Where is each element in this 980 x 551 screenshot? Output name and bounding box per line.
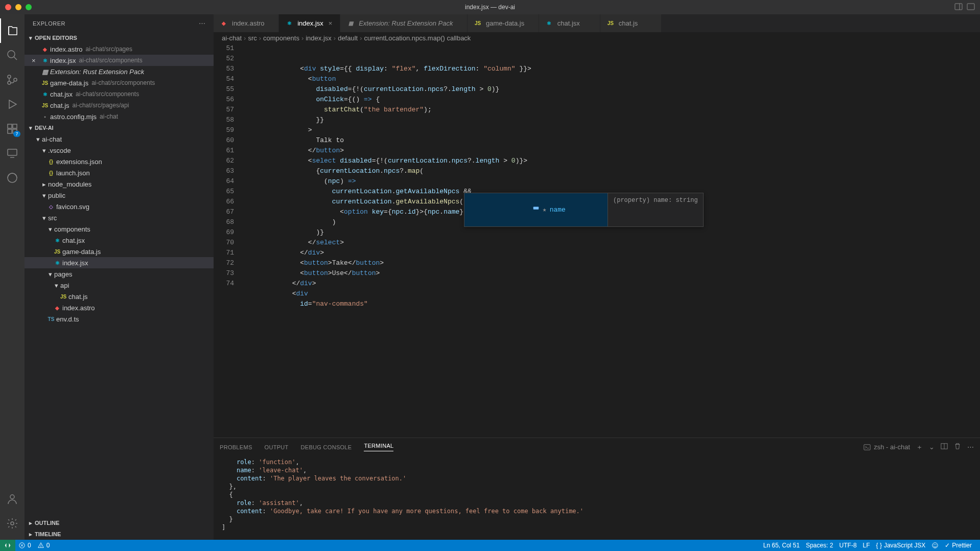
cursor-position[interactable]: Ln 65, Col 51 [760,542,803,549]
open-editor-item[interactable]: ×JSgame-data.jsai-chat/src/components [25,77,214,88]
remote-indicator[interactable] [0,540,15,551]
breadcrumb-separator: › [244,34,246,42]
folder-item[interactable]: ▸node_modules [25,178,214,190]
folder-item[interactable]: ▾api [25,280,214,291]
encoding[interactable]: UTF-8 [836,542,860,549]
titlebar-actions [954,3,975,12]
folder-item[interactable]: ▾public [25,190,214,201]
chevron-down-icon: ▾ [27,35,35,41]
panel-tab-terminal[interactable]: TERMINAL [364,443,393,451]
panel-tab-debug-console[interactable]: DEBUG CONSOLE [301,444,352,450]
extensions-activity[interactable]: 7 [0,117,25,141]
chevron-down-icon: ▾ [40,192,48,199]
remote-activity[interactable] [0,141,25,166]
editor-tab[interactable]: ⚛chat.jsx× [539,14,600,32]
feedback-icon[interactable] [928,542,942,549]
folder-section[interactable]: ▾ DEV-AI [25,122,214,133]
split-icon[interactable] [967,3,975,12]
breadcrumb-item[interactable]: src [248,34,256,42]
suggest-label: name [550,205,566,215]
panel-more-icon[interactable]: ⋯ [967,443,974,451]
chevron-down-icon: ▾ [46,270,54,278]
breadcrumb-item[interactable]: currentLocation.npcs.map() callback [364,34,471,42]
folder-item[interactable]: ▾pages [25,268,214,280]
editor-tab[interactable]: JSgame-data.js× [468,14,539,32]
folder-item[interactable]: ▾.vscode [25,145,214,156]
file-tree: ▾ai-chat▾.vscode{}extensions.json{}launc… [25,133,214,517]
chevron-down-icon: ▾ [40,147,48,154]
chevron-right-icon: ▸ [40,180,48,188]
kill-terminal-icon[interactable] [954,443,961,451]
folder-item[interactable]: ▾ai-chat [25,133,214,145]
language-mode[interactable]: { } JavaScript JSX [873,542,929,549]
code-editor[interactable]: 5152535455565758596061626364656667686970… [214,43,980,438]
add-terminal-icon[interactable]: ＋ [916,443,923,452]
sidebar-more-icon[interactable]: ⋯ [199,19,205,27]
open-editor-item[interactable]: ×◆index.astroai-chat/src/pages [25,43,214,55]
terminal-output[interactable]: role: 'function', name: 'leave-chat', co… [214,456,980,540]
maximize-window[interactable] [26,4,32,10]
close-tab-icon[interactable]: × [329,19,333,27]
close-window[interactable] [5,4,11,10]
file-item[interactable]: JSgame-data.js [25,246,214,257]
sidebar-title: EXPLORER [33,20,65,27]
breadcrumbs[interactable]: ai-chat›src›components›index.jsx›default… [214,32,980,43]
source-control-activity[interactable] [0,67,25,92]
editor-tabs: ◆index.astro×⚛index.jsx×▦Extension: Rust… [214,14,980,32]
outline-section[interactable]: ▸ OUTLINE [25,517,214,529]
terminal-dropdown-icon[interactable]: ⌄ [929,443,935,451]
breadcrumb-item[interactable]: ai-chat [222,34,242,42]
titlebar: index.jsx — dev-ai [0,0,980,14]
search-activity[interactable] [0,43,25,67]
code-content[interactable]: <div style={{ display: "flex", flexDirec… [244,43,980,438]
settings-activity[interactable] [0,511,25,536]
editor-tab[interactable]: ◆index.astro× [214,14,279,32]
minimize-window[interactable] [15,4,21,10]
file-item[interactable]: {}launch.json [25,167,214,178]
editor-tab[interactable]: JSchat.js× [600,14,662,32]
file-item[interactable]: ◇favicon.svg [25,201,214,212]
open-editor-item[interactable]: ×▪astro.config.mjsai-chat [25,111,214,122]
extensions-badge: 7 [13,131,20,137]
indentation[interactable]: Spaces: 2 [803,542,836,549]
file-item[interactable]: ◆index.astro [25,302,214,313]
layout-toggle-icon[interactable] [954,3,963,12]
open-editor-item[interactable]: ×⚛index.jsxai-chat/src/components [25,55,214,66]
file-item[interactable]: ⚛chat.jsx [25,235,214,246]
window-title: index.jsx — dev-ai [465,4,515,11]
errors-count[interactable]: 0 [15,542,34,549]
open-editors-section[interactable]: ▾ OPEN EDITORS [25,32,214,43]
chevron-down-icon: ▾ [40,214,48,222]
folder-item[interactable]: ▾components [25,223,214,235]
folder-item[interactable]: ▾src [25,212,214,223]
prettier-status[interactable]: ✓ Prettier [942,542,975,549]
autocomplete-popup[interactable]: ★ name (property) name: string [464,193,704,227]
svg-rect-10 [13,124,17,128]
warnings-count[interactable]: 0 [34,542,53,549]
edge-activity[interactable] [0,166,25,190]
file-item[interactable]: ⚛index.jsx [25,257,214,268]
editor-tab[interactable]: ▦Extension: Rust Extension Pack× [340,14,468,32]
panel-tab-problems[interactable]: PROBLEMS [220,444,252,450]
editor-tab[interactable]: ⚛index.jsx× [279,14,340,32]
timeline-section[interactable]: ▸ TIMELINE [25,529,214,540]
close-editor-icon[interactable]: × [32,57,40,64]
file-item[interactable]: JSchat.js [25,291,214,302]
svg-rect-18 [533,206,539,209]
open-editor-item[interactable]: ×⚛chat.jsxai-chat/src/components [25,88,214,100]
account-activity[interactable] [0,487,25,511]
chevron-down-icon: ▾ [34,135,42,143]
breadcrumb-item[interactable]: index.jsx [306,34,332,42]
open-editor-item[interactable]: ×JSchat.jsai-chat/src/pages/api [25,100,214,111]
file-item[interactable]: {}extensions.json [25,156,214,167]
breadcrumb-item[interactable]: default [338,34,358,42]
eol[interactable]: LF [860,542,873,549]
panel-tab-output[interactable]: OUTPUT [265,444,289,450]
run-debug-activity[interactable] [0,92,25,117]
breadcrumb-item[interactable]: components [263,34,299,42]
file-item[interactable]: TSenv.d.ts [25,313,214,325]
split-terminal-icon[interactable] [941,443,948,451]
terminal-shell-icon[interactable]: zsh - ai-chat [864,443,910,451]
explorer-activity[interactable] [0,18,25,43]
open-editor-item[interactable]: ×▦Extension: Rust Extension Pack [25,66,214,77]
